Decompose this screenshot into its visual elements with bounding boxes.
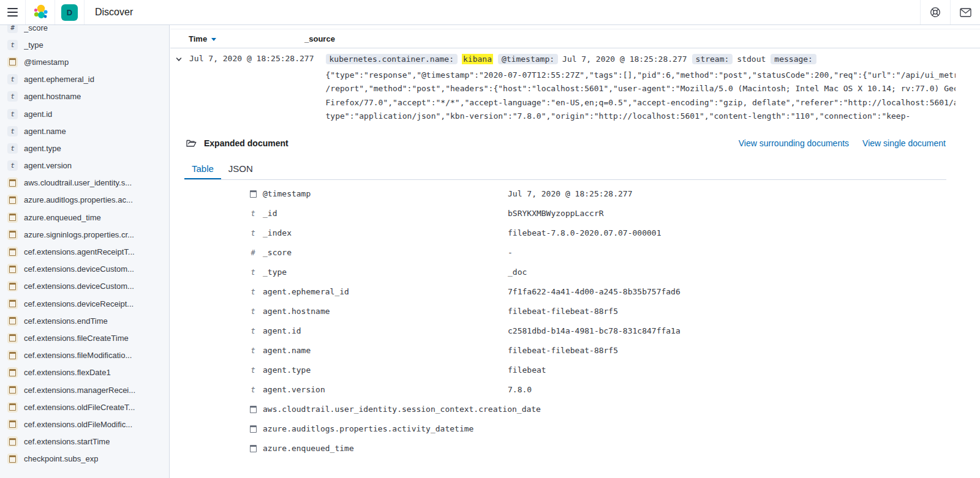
field-type-icon [249,190,257,198]
field-name: agent.version [263,385,508,394]
detail-tab[interactable]: JSON [221,158,260,179]
field-value: 7f1fa622-4a41-4d00-a245-8b35b757fad6 [508,287,680,296]
document-field-row[interactable]: t agent.id c2581dbd-b14a-4981-bc78-831c8… [170,321,980,341]
time-column-label: Time [189,34,207,43]
field-type-icon [7,57,18,67]
document-field-row[interactable]: t _id bSRYKXMBWyzoppLaccrR [170,204,980,223]
sidebar-field-item[interactable]: cef.extensions.startTime [0,433,169,450]
field-type-icon [7,212,18,223]
sidebar-field-item[interactable]: aws.cloudtrail.user_identity.s... [0,174,169,192]
field-name: _id [263,209,508,218]
field-type-icon: t [7,160,18,171]
sidebar-field-item[interactable]: cef.extensions.endTime [0,312,169,329]
sidebar-field-item[interactable]: cef.extensions.agentReceiptT... [0,243,169,260]
discover-app-badge: D [61,4,78,21]
document-field-row[interactable]: # _score - [170,243,980,263]
top-navigation-bar: D Discover [0,0,980,25]
elastic-logo-icon [32,4,48,20]
sidebar-field-item[interactable]: t agent.version [0,157,169,174]
document-field-row[interactable]: @timestamp Jul 7, 2020 @ 18:25:28.277 [170,184,980,204]
field-name-label: agent.version [24,161,72,170]
field-name-label: agent.hostname [24,92,81,101]
view-single-document-link[interactable]: View single document [862,138,946,148]
log-message-line: {"type":"response","@timestamp":"2020-07… [326,69,956,82]
field-key-badge: kubernetes.container.name: [326,54,458,64]
document-field-row[interactable]: aws.cloudtrail.user_identity.session_con… [170,400,980,419]
document-field-row[interactable]: t _index filebeat-7.8.0-2020.07.07-00000… [170,223,980,243]
sidebar-field-item[interactable]: t agent.id [0,105,169,122]
field-type-icon: t [7,109,18,119]
time-column-header[interactable]: Time [189,34,304,43]
field-name-label: cef.extensions.deviceReceipt... [24,299,134,308]
field-name-label: cef.extensions.managerRecei... [24,386,135,395]
newsfeed-button[interactable] [951,0,980,24]
sidebar-field-item[interactable]: cef.extensions.oldFileCreateT... [0,398,169,416]
field-type-icon [249,425,257,433]
document-field-row[interactable]: t agent.ephemeral_id 7f1fa622-4a41-4d00-… [170,282,980,302]
sidebar-field-item[interactable]: cef.extensions.fileModificatio... [0,347,169,364]
field-type-icon: t [249,209,257,218]
help-button[interactable] [921,0,950,24]
document-field-row[interactable]: t agent.name filebeat-filebeat-88rf5 [170,341,980,360]
field-value: c2581dbd-b14a-4981-bc78-831c847ffa1a [508,326,680,335]
document-field-row[interactable]: azure.enqueued_time [170,439,980,458]
sidebar-field-item[interactable]: t agent.ephemeral_id [0,71,169,88]
field-type-icon [7,316,18,326]
field-type-icon: t [249,386,257,394]
sidebar-field-item[interactable]: cef.extensions.deviceCustom... [0,261,169,278]
menu-toggle-button[interactable] [0,0,25,24]
source-field-badges: kubernetes.container.name: kibana @times… [326,54,956,64]
field-name-label: cef.extensions.deviceCustom... [24,264,134,274]
document-field-row[interactable]: t agent.type filebeat [170,360,980,380]
field-name-label: azure.enqueued_time [24,213,101,222]
field-name-label: agent.name [24,127,66,136]
sidebar-field-item[interactable]: cef.extensions.managerRecei... [0,381,169,398]
hamburger-icon [7,8,18,9]
field-type-icon: t [249,229,257,237]
field-key-badge: stream: [692,54,733,64]
field-name-label: azure.signinlogs.properties.cr... [24,230,134,239]
field-name-label: cef.extensions.oldFileModific... [24,420,132,429]
detail-tab[interactable]: Table [184,158,221,179]
field-name: agent.hostname [263,307,508,316]
sidebar-field-item[interactable]: cef.extensions.flexDate1 [0,364,169,381]
sidebar-field-item[interactable]: # _score [0,25,169,36]
sidebar-field-item[interactable]: cef.extensions.deviceCustom... [0,278,169,295]
field-type-icon [7,177,18,188]
field-name-label: cef.extensions.fileModificatio... [24,351,132,360]
sidebar-field-item[interactable]: azure.signinlogs.properties.cr... [0,226,169,243]
field-type-icon [7,350,18,360]
sidebar-field-item[interactable]: azure.enqueued_time [0,209,169,226]
field-name-label: _score [24,25,48,32]
document-field-row[interactable]: azure.auditlogs.properties.activity_date… [170,419,980,439]
collapse-row-button[interactable] [174,55,184,65]
sort-descending-icon[interactable] [211,38,216,41]
field-type-icon: t [7,74,18,84]
sidebar-field-item[interactable]: t agent.type [0,140,169,157]
expanded-document-title: Expanded document [204,138,288,148]
sidebar-field-item[interactable]: checkpoint.subs_exp [0,450,169,468]
document-field-row[interactable]: t agent.hostname filebeat-filebeat-88rf5 [170,302,980,321]
document-field-row[interactable]: t _type _doc [170,263,980,282]
field-type-icon: t [249,327,257,335]
field-type-icon [249,445,257,452]
field-type-icon [7,419,18,430]
source-field-pair: kubernetes.container.name: kibana [326,54,493,64]
sidebar-field-item[interactable]: t _type [0,36,169,53]
document-field-row[interactable]: t agent.version 7.8.0 [170,380,980,400]
sidebar-field-item[interactable]: azure.auditlogs.properties.ac... [0,192,169,209]
field-type-icon: t [249,268,257,277]
sidebar-field-item[interactable]: cef.extensions.oldFileModific... [0,416,169,433]
field-key-badge: @timestamp: [498,54,558,64]
sidebar-field-item[interactable]: t agent.hostname [0,88,169,105]
field-value: filebeat-filebeat-88rf5 [508,307,618,316]
elastic-logo[interactable] [26,0,55,24]
view-surrounding-documents-link[interactable]: View surrounding documents [739,138,849,148]
sidebar-field-item[interactable]: t agent.name [0,122,169,140]
field-name-label: checkpoint.subs_exp [24,454,98,463]
sidebar-field-item[interactable]: cef.extensions.deviceReceipt... [0,295,169,312]
field-value: 7.8.0 [508,385,532,394]
sidebar-field-item[interactable]: @timestamp [0,53,169,70]
sidebar-field-item[interactable]: cef.extensions.fileCreateTime [0,329,169,346]
field-type-icon: t [249,346,257,355]
